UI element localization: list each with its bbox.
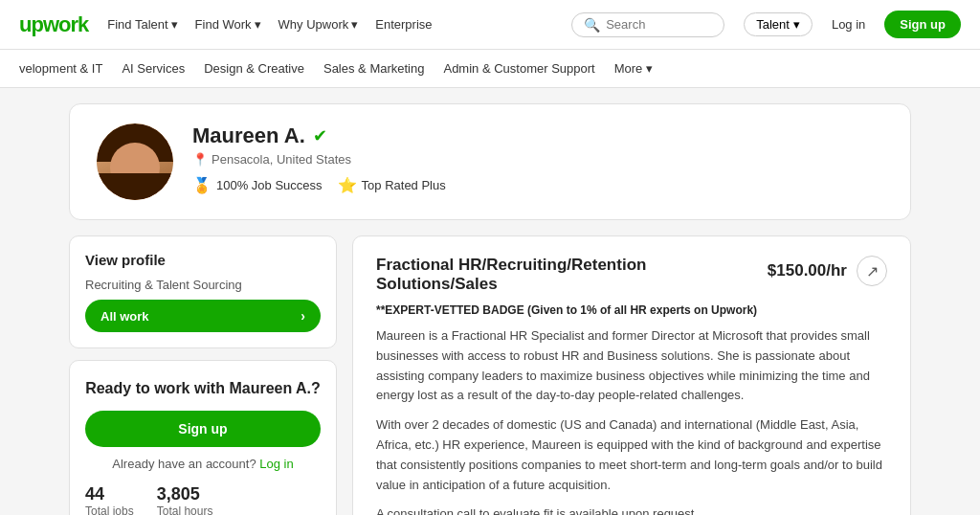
job-description-2: With over 2 decades of domestic (US and … <box>376 415 887 495</box>
view-profile-title: View profile <box>85 252 321 268</box>
sub-nav-ai[interactable]: AI Services <box>122 61 185 76</box>
sub-nav-design[interactable]: Design & Creative <box>204 61 304 76</box>
login-button[interactable]: Log in <box>832 17 865 32</box>
job-rate: $150.00/hr <box>768 261 847 280</box>
chevron-right-icon: › <box>301 308 305 324</box>
all-work-button[interactable]: All work › <box>85 300 321 332</box>
job-success-badge: 🏅 100% Job Success <box>192 176 323 194</box>
job-description-1: Maureen is a Fractional HR Specialist an… <box>376 326 887 406</box>
chevron-down-icon: ▾ <box>351 17 358 32</box>
sub-nav-development[interactable]: velopment & IT <box>19 61 102 76</box>
category-label: Recruiting & Talent Sourcing <box>85 278 321 292</box>
ready-to-work-card: Ready to work with Maureen A.? Sign up A… <box>69 360 337 515</box>
top-navigation: upwork Find Talent ▾ Find Work ▾ Why Upw… <box>0 0 980 50</box>
profile-location: 📍 Pensacola, United States <box>192 152 883 167</box>
share-button[interactable]: ↗ <box>857 256 887 286</box>
stats-row: 44 Total jobs 3,805 Total hours <box>85 484 321 515</box>
stat-hours-label: Total hours <box>157 504 213 515</box>
job-rate-row: $150.00/hr ↗ <box>768 256 887 286</box>
location-pin-icon: 📍 <box>192 152 208 167</box>
account-text: Already have an account? Log in <box>85 457 321 471</box>
sub-nav-sales[interactable]: Sales & Marketing <box>323 61 425 76</box>
verified-icon: ✔ <box>313 125 327 146</box>
left-panel: View profile Recruiting & Talent Sourcin… <box>69 235 337 515</box>
upwork-logo[interactable]: upwork <box>19 12 88 37</box>
top-rated-icon: ⭐ <box>338 176 357 194</box>
job-title: Fractional HR/Recruiting/Retention Solut… <box>376 256 768 294</box>
sub-navigation: velopment & IT AI Services Design & Crea… <box>0 50 980 88</box>
profile-name: Maureen A. <box>192 123 305 148</box>
signup-large-button[interactable]: Sign up <box>85 411 321 447</box>
profile-name-row: Maureen A. ✔ <box>192 123 883 148</box>
profile-info: Maureen A. ✔ 📍 Pensacola, United States … <box>192 123 883 194</box>
ready-title: Ready to work with Maureen A.? <box>85 380 321 397</box>
avatar <box>97 123 173 200</box>
signup-button[interactable]: Sign up <box>884 11 961 38</box>
main-content: Maureen A. ✔ 📍 Pensacola, United States … <box>31 88 949 515</box>
stat-total-hours: 3,805 Total hours <box>157 484 213 515</box>
profile-card: Maureen A. ✔ 📍 Pensacola, United States … <box>69 103 911 220</box>
stat-hours-number: 3,805 <box>157 484 213 504</box>
view-profile-card: View profile Recruiting & Talent Sourcin… <box>69 235 337 348</box>
stat-jobs-label: Total jobs <box>85 504 134 515</box>
chevron-down-icon: ▾ <box>646 61 653 76</box>
chevron-down-icon: ▾ <box>793 17 800 32</box>
sub-nav-admin[interactable]: Admin & Customer Support <box>443 61 594 76</box>
bottom-content: View profile Recruiting & Talent Sourcin… <box>69 235 911 515</box>
job-header: Fractional HR/Recruiting/Retention Solut… <box>376 256 887 294</box>
nav-links: Find Talent ▾ Find Work ▾ Why Upwork ▾ E… <box>107 17 432 32</box>
find-talent-nav[interactable]: Find Talent ▾ <box>107 17 177 32</box>
chevron-down-icon: ▾ <box>171 17 178 32</box>
find-work-nav[interactable]: Find Work ▾ <box>195 17 261 32</box>
right-panel: Fractional HR/Recruiting/Retention Solut… <box>352 235 911 515</box>
why-upwork-nav[interactable]: Why Upwork ▾ <box>278 17 359 32</box>
expert-badge: **EXPERT-VETTED BADGE (Given to 1% of al… <box>376 303 887 317</box>
search-icon: 🔍 <box>584 17 600 33</box>
badges-row: 🏅 100% Job Success ⭐ Top Rated Plus <box>192 176 883 194</box>
search-input[interactable] <box>606 17 702 32</box>
login-link[interactable]: Log in <box>259 457 293 471</box>
stat-jobs-number: 44 <box>85 484 134 504</box>
stat-total-jobs: 44 Total jobs <box>85 484 134 515</box>
sub-nav-more[interactable]: More ▾ <box>614 61 653 76</box>
search-bar[interactable]: 🔍 <box>571 12 724 37</box>
enterprise-nav[interactable]: Enterprise <box>375 17 432 32</box>
top-rated-badge: ⭐ Top Rated Plus <box>338 176 446 194</box>
job-success-icon: 🏅 <box>192 176 212 194</box>
chevron-down-icon: ▾ <box>255 17 261 32</box>
job-description-3: A consultation call to evaluate fit is a… <box>376 504 887 515</box>
talent-dropdown-button[interactable]: Talent ▾ <box>744 12 813 36</box>
share-icon: ↗ <box>866 262 879 280</box>
